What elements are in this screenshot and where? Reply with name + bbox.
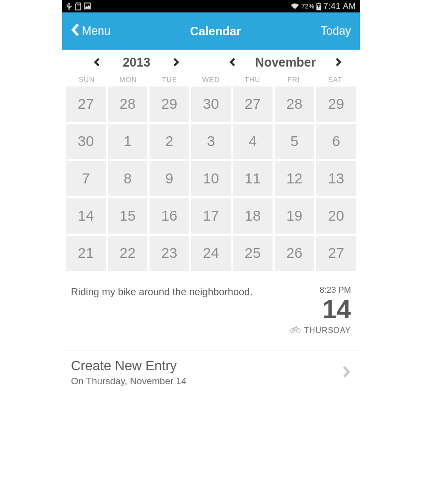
day-cell[interactable]: 12	[275, 161, 314, 196]
year-label[interactable]: 2013	[123, 55, 150, 70]
year-prev-button[interactable]	[91, 58, 103, 67]
day-cell[interactable]: 18	[233, 198, 273, 234]
weekday-header-row: SUN MON TUE WED THU FRI SAT	[62, 75, 360, 86]
sd-card-icon	[75, 2, 81, 10]
weekday-header: TUE	[149, 75, 190, 86]
day-cell[interactable]: 28	[275, 86, 314, 122]
month-prev-button[interactable]	[226, 58, 238, 67]
chevron-right-icon	[342, 365, 351, 381]
day-cell[interactable]: 13	[316, 161, 356, 196]
day-cell[interactable]: 20	[316, 198, 356, 234]
menu-label: Menu	[82, 24, 111, 38]
entry-day-number: 14	[290, 296, 351, 322]
day-cell[interactable]: 23	[149, 236, 189, 271]
svg-rect-0	[77, 4, 77, 5]
period-selector: 2013 November	[62, 50, 360, 75]
day-cell[interactable]: 15	[108, 198, 147, 234]
wifi-icon	[290, 3, 299, 10]
svg-rect-1	[78, 4, 78, 5]
day-cell[interactable]: 9	[149, 161, 189, 196]
day-cell[interactable]: 27	[316, 236, 356, 271]
day-cell[interactable]: 19	[275, 198, 314, 234]
weekday-header: SUN	[66, 75, 107, 86]
day-cell[interactable]: 4	[233, 124, 273, 159]
weekday-header: THU	[232, 75, 273, 86]
battery-percent: 72%	[301, 2, 314, 10]
day-cell[interactable]: 14	[66, 198, 106, 234]
day-cell[interactable]: 30	[191, 86, 231, 122]
month-next-button[interactable]	[333, 58, 345, 67]
app-top-bar: Menu Calendar Today	[62, 12, 360, 50]
day-cell[interactable]: 17	[191, 198, 231, 234]
day-cell[interactable]: 24	[191, 236, 231, 271]
day-cell[interactable]: 3	[191, 124, 231, 159]
day-cell[interactable]: 1	[108, 124, 147, 159]
entry-meta: 8:23 PM 14 THURSDAY	[290, 285, 351, 344]
day-cell[interactable]: 25	[233, 236, 273, 271]
weekday-header: SAT	[315, 75, 356, 86]
day-cell[interactable]: 30	[66, 124, 106, 159]
clock-time: 7:41 AM	[323, 1, 356, 11]
entry-day-of-week: THURSDAY	[304, 326, 351, 335]
day-cell[interactable]: 28	[108, 86, 147, 122]
day-cell[interactable]: 22	[108, 236, 147, 271]
today-button[interactable]: Today	[321, 24, 351, 38]
day-cell[interactable]: 16	[149, 198, 189, 234]
create-subtitle: On Thursday, November 14	[71, 376, 342, 387]
year-next-button[interactable]	[170, 58, 182, 67]
weekday-header: FRI	[273, 75, 314, 86]
day-cell[interactable]: 7	[66, 161, 106, 196]
day-cell[interactable]: 27	[66, 86, 106, 122]
image-icon	[84, 2, 91, 10]
create-title: Create New Entry	[71, 358, 342, 374]
day-cell[interactable]: 5	[275, 124, 314, 159]
menu-button[interactable]: Menu	[71, 23, 111, 39]
day-cell[interactable]: 8	[108, 161, 147, 196]
month-label[interactable]: November	[255, 55, 316, 70]
bicycle-icon	[290, 326, 301, 335]
android-status-bar: 72% 7:41 AM	[62, 0, 360, 12]
day-cell[interactable]: 6	[316, 124, 356, 159]
svg-rect-5	[318, 2, 320, 3]
create-new-entry-button[interactable]: Create New Entry On Thursday, November 1…	[62, 350, 360, 396]
day-cell[interactable]: 10	[191, 161, 231, 196]
usb-icon	[66, 2, 72, 10]
weekday-header: MON	[107, 75, 148, 86]
day-cell[interactable]: 27	[233, 86, 273, 122]
day-cell[interactable]: 21	[66, 236, 106, 271]
entry-text: Riding my bike around the neighborhood.	[71, 285, 285, 344]
calendar-grid: 27 28 29 30 27 28 29 30 1 2 3 4 5 6 7 8 …	[62, 86, 360, 276]
day-cell[interactable]: 29	[149, 86, 189, 122]
day-cell[interactable]: 11	[233, 161, 273, 196]
page-title: Calendar	[111, 24, 321, 38]
day-cell[interactable]: 26	[275, 236, 314, 271]
weekday-header: WED	[190, 75, 231, 86]
day-cell[interactable]: 2	[149, 124, 189, 159]
entry-time: 8:23 PM	[290, 285, 351, 295]
battery-icon	[316, 2, 321, 10]
chevron-left-icon	[71, 23, 80, 39]
journal-entry[interactable]: Riding my bike around the neighborhood. …	[62, 276, 360, 350]
day-cell[interactable]: 29	[316, 86, 356, 122]
svg-rect-2	[79, 4, 79, 5]
